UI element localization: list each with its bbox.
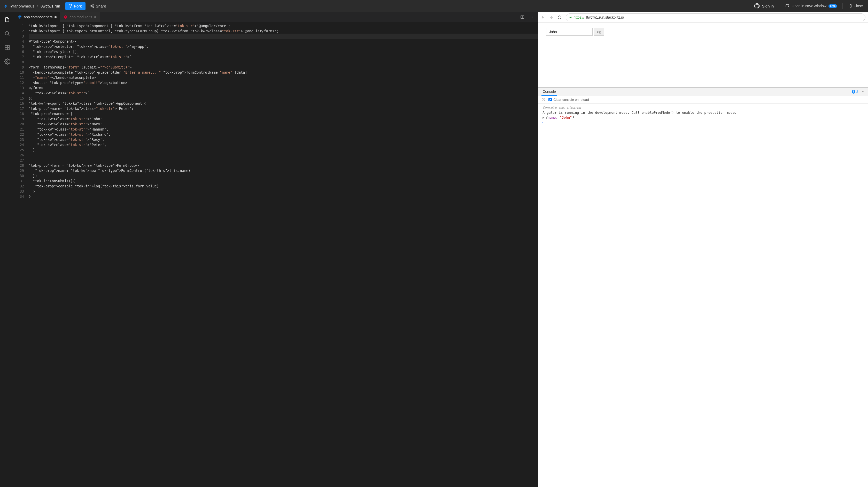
name-input[interactable]	[546, 28, 593, 36]
angular-icon	[64, 15, 67, 19]
console-line[interactable]: ▶{name: "John"}	[538, 115, 868, 120]
console-prompt[interactable]: ›	[538, 120, 868, 125]
console-panel: Console i 2 Clear c	[538, 87, 868, 487]
preview-body: log	[538, 23, 868, 87]
svg-point-3	[93, 4, 94, 5]
settings-icon[interactable]	[4, 58, 11, 65]
code-editor[interactable]: 1234567891011121314151617181920212223242…	[14, 22, 538, 487]
clear-on-reload-checkbox[interactable]: Clear console on reload	[549, 98, 589, 102]
exit-icon	[848, 4, 852, 8]
split-editor-icon[interactable]	[518, 12, 527, 22]
forward-icon[interactable]	[549, 15, 555, 19]
close-button[interactable]: Close	[846, 2, 864, 9]
svg-point-15	[531, 17, 531, 17]
console-line: Console was cleared	[538, 105, 868, 110]
back-icon[interactable]	[541, 15, 547, 19]
svg-rect-8	[5, 46, 7, 47]
more-icon[interactable]	[527, 12, 535, 22]
explorer-icon[interactable]	[4, 16, 11, 23]
svg-rect-11	[7, 48, 9, 50]
logo-bolt-icon	[4, 3, 8, 9]
svg-point-1	[71, 4, 72, 5]
info-icon: i	[852, 90, 855, 93]
breadcrumb: @anonymous / 8wctw1.run	[10, 4, 60, 8]
svg-point-5	[93, 7, 94, 8]
svg-point-0	[69, 4, 70, 5]
window-icon	[785, 4, 789, 8]
svg-rect-9	[7, 46, 9, 47]
live-badge: LIVE	[829, 4, 837, 8]
log-button[interactable]: log	[594, 28, 604, 36]
owner-label[interactable]: @anonymous	[10, 4, 34, 8]
ports-icon[interactable]	[4, 44, 11, 51]
svg-point-14	[530, 17, 530, 17]
signin-button[interactable]: Sign in	[751, 2, 776, 10]
activity-bar	[0, 12, 14, 487]
search-icon[interactable]	[4, 30, 11, 37]
dirty-indicator-icon	[55, 16, 57, 18]
svg-point-4	[91, 5, 92, 6]
svg-point-12	[6, 61, 8, 62]
preview-pane: https://8wctw1.run.stackblitz.io log Con…	[538, 12, 868, 487]
tab-app-component[interactable]: app.component.ts	[14, 12, 60, 22]
console-tab[interactable]: Console	[541, 88, 557, 96]
angular-icon	[18, 15, 22, 19]
svg-rect-6	[786, 5, 788, 7]
console-line: Angular is running in the development mo…	[538, 110, 868, 115]
svg-point-2	[70, 7, 71, 7]
svg-point-16	[532, 17, 533, 17]
reload-icon[interactable]	[557, 15, 563, 19]
collapse-icon[interactable]	[861, 90, 865, 93]
svg-rect-10	[5, 48, 7, 50]
editor-pane: app.component.ts app.module.ts	[14, 12, 538, 487]
console-toolbar: Clear console on reload	[538, 96, 868, 104]
url-bar[interactable]: https://8wctw1.run.stackblitz.io	[566, 13, 865, 21]
open-new-window-button[interactable]: Open in New Window LIVE	[784, 2, 839, 9]
dirty-indicator-icon	[94, 16, 96, 18]
expand-icon[interactable]: ▶	[542, 116, 545, 119]
editor-tabs: app.component.ts app.module.ts	[14, 12, 538, 22]
info-count[interactable]: i 2	[852, 90, 858, 93]
project-label[interactable]: 8wctw1.run	[40, 4, 60, 8]
github-icon	[754, 3, 760, 9]
top-bar: @anonymous / 8wctw1.run Fork Share Sign …	[0, 0, 868, 12]
format-icon[interactable]	[509, 12, 518, 22]
share-button[interactable]: Share	[88, 2, 109, 10]
fork-button[interactable]: Fork	[65, 2, 86, 10]
clear-console-icon[interactable]	[541, 98, 545, 102]
tab-app-module[interactable]: app.module.ts	[60, 12, 100, 22]
console-output[interactable]: Console was cleared Angular is running i…	[538, 104, 868, 487]
preview-toolbar: https://8wctw1.run.stackblitz.io	[538, 12, 868, 23]
console-tabs: Console i 2	[538, 88, 868, 96]
lock-icon	[569, 16, 572, 19]
